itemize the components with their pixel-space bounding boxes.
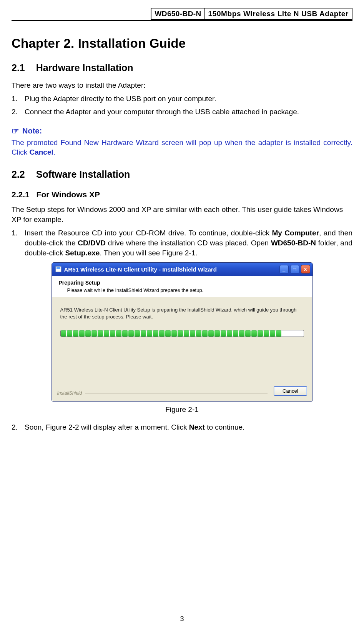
preparing-setup-label: Preparing Setup bbox=[59, 280, 307, 286]
section-2-2-number: 2.2 bbox=[12, 169, 25, 180]
list-text: Plug the Adapter directly to the USB por… bbox=[25, 94, 352, 104]
progress-segment bbox=[147, 330, 152, 337]
figure-caption: Figure 2-1 bbox=[12, 405, 352, 414]
step-2-text: Soon, Figure 2-2 will display after a mo… bbox=[25, 422, 352, 432]
brand-divider bbox=[85, 393, 268, 393]
list-item: 2. Connect the Adapter and your computer… bbox=[12, 107, 352, 117]
note-body-bold: Cancel bbox=[29, 148, 53, 156]
app-icon bbox=[55, 266, 62, 273]
section-2-2-1-intro: The Setup steps for Windows 2000 and XP … bbox=[12, 205, 352, 224]
progress-segment bbox=[159, 330, 165, 337]
maximize-button[interactable]: □ bbox=[290, 265, 299, 273]
section-2-1-title: Hardware Installation bbox=[36, 62, 133, 73]
section-2-1-number: 2.1 bbox=[12, 62, 25, 73]
wizard-dialog-wrap: AR51 Wireless Lite-N Client Utility - In… bbox=[12, 262, 352, 402]
note-heading: ☞ Note: bbox=[12, 126, 352, 136]
progress-segment bbox=[264, 330, 269, 337]
progress-segment bbox=[270, 330, 275, 337]
page-number: 3 bbox=[0, 615, 364, 623]
progress-segment bbox=[73, 330, 78, 337]
progress-segment bbox=[276, 330, 281, 337]
section-2-2-1-number: 2.2.1 bbox=[12, 190, 30, 199]
list-item: 1. Plug the Adapter directly to the USB … bbox=[12, 94, 352, 104]
wizard-dialog: AR51 Wireless Lite-N Client Utility - In… bbox=[52, 262, 313, 402]
section-2-1-intro: There are two ways to install the Adapte… bbox=[12, 80, 352, 90]
progress-segment bbox=[141, 330, 146, 337]
progress-segment bbox=[61, 330, 66, 337]
note-body-post: . bbox=[53, 148, 55, 156]
progress-segment bbox=[233, 330, 238, 337]
page-header: WD650-BD-N 150Mbps Wireless Lite N USB A… bbox=[12, 8, 352, 20]
svg-rect-1 bbox=[57, 267, 60, 269]
progress-segment bbox=[79, 330, 85, 337]
close-button[interactable]: X bbox=[301, 265, 310, 273]
step-1-text: Insert the Resource CD into your CD-ROM … bbox=[25, 228, 352, 258]
progress-segment bbox=[221, 330, 226, 337]
step-2: 2. Soon, Figure 2-2 will display after a… bbox=[12, 422, 352, 432]
progress-segment bbox=[245, 330, 251, 337]
note-body-pre: The promoted Found New Hardware Wizard s… bbox=[12, 138, 352, 157]
progress-segment bbox=[135, 330, 140, 337]
list-num: 2. bbox=[12, 107, 25, 117]
section-2-2-1-heading: 2.2.1 For Windows XP bbox=[12, 190, 352, 199]
step-num: 2. bbox=[12, 422, 25, 432]
header-model: WD650-BD-N bbox=[151, 8, 204, 20]
dialog-body-text: AR51 Wireless Lite-N Client Utility Setu… bbox=[52, 297, 312, 323]
list-text: Connect the Adapter and your computer th… bbox=[25, 107, 352, 117]
progress-segment bbox=[258, 330, 263, 337]
step-1: 1. Insert the Resource CD into your CD-R… bbox=[12, 228, 352, 258]
dialog-footer: InstallShield Cancel bbox=[52, 382, 312, 401]
progress-segment bbox=[128, 330, 134, 337]
progress-segment bbox=[110, 330, 115, 337]
section-2-1-heading: 2.1 Hardware Installation bbox=[12, 62, 352, 73]
progress-segment bbox=[122, 330, 128, 337]
minimize-button[interactable]: _ bbox=[279, 265, 289, 273]
progress-segment bbox=[98, 330, 103, 337]
dialog-title: AR51 Wireless Lite-N Client Utility - In… bbox=[64, 266, 278, 273]
progress-segment bbox=[251, 330, 257, 337]
progress-segment bbox=[214, 330, 220, 337]
progress-segment bbox=[116, 330, 121, 337]
progress-segment bbox=[91, 330, 97, 337]
header-rule bbox=[12, 20, 352, 21]
pointing-hand-icon: ☞ bbox=[12, 126, 19, 136]
preparing-setup-sub: Please wait while the InstallShield Wiza… bbox=[67, 287, 307, 293]
progress-segment bbox=[239, 330, 244, 337]
note-body: The promoted Found New Hardware Wizard s… bbox=[12, 138, 352, 157]
progress-segment bbox=[227, 330, 232, 337]
cancel-button[interactable]: Cancel bbox=[274, 386, 307, 396]
installshield-brand: InstallShield bbox=[57, 390, 82, 396]
progress-segment bbox=[165, 330, 171, 337]
progress-segment bbox=[178, 330, 183, 337]
progress-segment bbox=[184, 330, 189, 337]
progress-segment bbox=[153, 330, 158, 337]
section-2-2-heading: 2.2 Software Installation bbox=[12, 169, 352, 180]
progress-segment bbox=[85, 330, 91, 337]
progress-segment bbox=[208, 330, 214, 337]
header-product: 150Mbps Wireless Lite N USB Adapter bbox=[204, 8, 352, 20]
progress-segment bbox=[171, 330, 177, 337]
note-label: Note: bbox=[22, 127, 42, 135]
progress-bar bbox=[60, 330, 304, 337]
progress-bar-wrap bbox=[52, 323, 312, 339]
progress-segment bbox=[190, 330, 195, 337]
dialog-top-band: Preparing Setup Please wait while the In… bbox=[52, 276, 312, 297]
progress-segment bbox=[196, 330, 201, 337]
progress-segment bbox=[67, 330, 72, 337]
brand-row: InstallShield bbox=[57, 390, 274, 396]
chapter-title: Chapter 2. Installation Guide bbox=[12, 36, 352, 51]
step-num: 1. bbox=[12, 228, 25, 238]
dialog-titlebar: AR51 Wireless Lite-N Client Utility - In… bbox=[52, 263, 312, 276]
section-2-2-1-title: For Windows XP bbox=[37, 190, 100, 199]
progress-segment bbox=[202, 330, 208, 337]
list-num: 1. bbox=[12, 94, 25, 104]
section-2-2-title: Software Installation bbox=[36, 169, 130, 180]
progress-segment bbox=[104, 330, 109, 337]
